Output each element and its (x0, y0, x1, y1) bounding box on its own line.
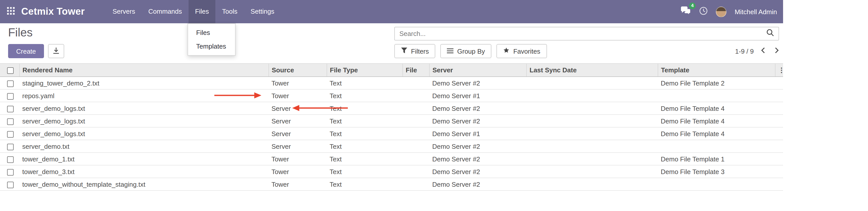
cell-server: Demo Server #1 (429, 89, 526, 102)
row-checkbox[interactable] (7, 169, 14, 175)
cell-file-type: Text (327, 140, 402, 153)
files-list-table: Rendered Name Source File Type File Serv… (0, 63, 783, 191)
row-select-cell[interactable] (0, 127, 19, 140)
cell-source: Tower (269, 178, 327, 190)
row-checkbox[interactable] (7, 131, 14, 138)
cell-options-spacer (775, 178, 783, 190)
table-row[interactable]: tower_demo_without_template_staging.txt … (0, 178, 783, 190)
cell-file (402, 153, 429, 165)
row-checkbox[interactable] (7, 144, 14, 150)
row-select-cell[interactable] (0, 140, 19, 153)
cell-template (658, 178, 775, 190)
column-header-rendered-name[interactable]: Rendered Name (19, 63, 269, 77)
create-button[interactable]: Create (8, 44, 44, 58)
row-checkbox[interactable] (7, 156, 14, 163)
cell-rendered-name: server_demo.txt (19, 140, 269, 153)
column-options-icon[interactable]: ⋮ (778, 66, 783, 74)
cell-file (402, 77, 429, 89)
cell-source: Server (269, 140, 327, 153)
funnel-icon (401, 47, 407, 55)
group-by-button[interactable]: Group By (441, 44, 492, 58)
user-name[interactable]: Mitchell Admin (735, 8, 777, 16)
row-select-cell[interactable] (0, 115, 19, 127)
dropdown-item-files[interactable]: Files (188, 26, 235, 39)
row-checkbox[interactable] (7, 93, 14, 99)
menu-files[interactable]: Files (189, 0, 216, 23)
search-input[interactable] (399, 30, 766, 37)
dropdown-item-templates[interactable]: Templates (188, 39, 235, 53)
row-select-cell[interactable] (0, 178, 19, 190)
cell-source: Tower (269, 77, 327, 89)
cell-options-spacer (775, 140, 783, 153)
column-header-server[interactable]: Server (429, 63, 526, 77)
select-all-checkbox[interactable] (7, 67, 14, 74)
systray: 4 Mitchell Admin (680, 6, 783, 17)
cell-rendered-name: staging_tower_demo_2.txt (19, 77, 269, 89)
cell-last-sync-date (526, 77, 658, 89)
cell-server: Demo Server #2 (429, 115, 526, 127)
table-row[interactable]: repos.yaml Tower Text Demo Server #1 (0, 89, 783, 102)
messages-button[interactable]: 4 (680, 6, 691, 17)
menu-settings[interactable]: Settings (244, 0, 281, 23)
table-body: staging_tower_demo_2.txt Tower Text Demo… (0, 77, 783, 190)
select-all-cell[interactable] (0, 63, 19, 77)
row-select-cell[interactable] (0, 77, 19, 89)
user-avatar[interactable] (716, 6, 726, 17)
row-checkbox[interactable] (7, 181, 14, 188)
cell-file-type: Text (327, 77, 402, 89)
cell-options-spacer (775, 127, 783, 140)
cell-template: Demo File Template 1 (658, 153, 775, 165)
pager-range: 1-9 / 9 (735, 47, 754, 55)
pager-previous-button[interactable] (761, 47, 765, 55)
pager: 1-9 / 9 (735, 44, 779, 58)
export-button[interactable] (48, 44, 64, 58)
row-checkbox[interactable] (7, 106, 14, 112)
menu-servers[interactable]: Servers (106, 0, 142, 23)
menu-commands[interactable]: Commands (142, 0, 189, 23)
row-checkbox[interactable] (7, 80, 14, 87)
table-row[interactable]: tower_demo_3.txt Tower Text Demo Server … (0, 165, 783, 178)
column-header-template[interactable]: Template (658, 63, 775, 77)
download-icon (53, 47, 60, 55)
cell-last-sync-date (526, 153, 658, 165)
cell-server: Demo Server #2 (429, 140, 526, 153)
search-box[interactable] (394, 27, 779, 40)
search-icon[interactable] (766, 29, 774, 38)
row-select-cell[interactable] (0, 89, 19, 102)
cell-server: Demo Server #2 (429, 165, 526, 178)
cell-file-type: Text (327, 178, 402, 190)
row-select-cell[interactable] (0, 153, 19, 165)
main-menu: Servers Commands Files Tools Settings (106, 0, 281, 23)
column-header-last-sync-date[interactable]: Last Sync Date (526, 63, 658, 77)
table-row[interactable]: server_demo_logs.txt Server Text Demo Se… (0, 127, 783, 140)
app-brand[interactable]: Cetmix Tower (21, 6, 85, 17)
row-select-cell[interactable] (0, 165, 19, 178)
chevron-right-icon (774, 47, 779, 55)
filters-button[interactable]: Filters (394, 44, 436, 58)
table-row[interactable]: server_demo_logs.txt Server Text Demo Se… (0, 115, 783, 127)
cell-template (658, 140, 775, 153)
cell-file (402, 127, 429, 140)
filters-label: Filters (411, 47, 429, 55)
table-row[interactable]: tower_demo_1.txt Tower Text Demo Server … (0, 153, 783, 165)
cell-file-type: Text (327, 102, 402, 115)
column-header-file-type[interactable]: File Type (327, 63, 402, 77)
table-row[interactable]: server_demo_logs.txt Server Text Demo Se… (0, 102, 783, 115)
star-icon (503, 47, 510, 55)
pager-next-button[interactable] (774, 47, 779, 55)
favorites-button[interactable]: Favorites (497, 44, 547, 58)
activities-button[interactable] (699, 6, 708, 17)
cell-server: Demo Server #2 (429, 153, 526, 165)
apps-menu-button[interactable] (0, 0, 21, 23)
cell-options-spacer (775, 165, 783, 178)
cell-last-sync-date (526, 127, 658, 140)
row-checkbox[interactable] (7, 118, 14, 125)
cell-template: Demo File Template 2 (658, 77, 775, 89)
column-options-cell[interactable]: ⋮ (775, 63, 783, 77)
column-header-source[interactable]: Source (269, 63, 327, 77)
column-header-file[interactable]: File (402, 63, 429, 77)
row-select-cell[interactable] (0, 102, 19, 115)
table-row[interactable]: staging_tower_demo_2.txt Tower Text Demo… (0, 77, 783, 89)
table-row[interactable]: server_demo.txt Server Text Demo Server … (0, 140, 783, 153)
menu-tools[interactable]: Tools (216, 0, 244, 23)
